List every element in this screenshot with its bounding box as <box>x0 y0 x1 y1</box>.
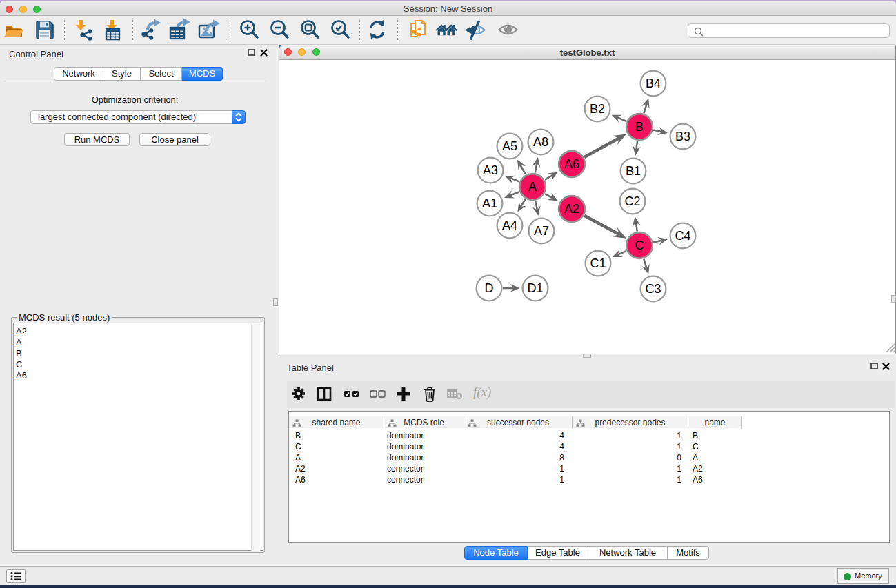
svg-text:B1: B1 <box>626 164 641 178</box>
svg-text:C1: C1 <box>590 256 606 270</box>
svg-text:B3: B3 <box>675 130 690 143</box>
svg-text:B2: B2 <box>590 102 605 116</box>
svg-text:C4: C4 <box>675 229 690 243</box>
svg-text:B: B <box>635 120 644 134</box>
svg-text:A7: A7 <box>534 224 549 238</box>
svg-text:A8: A8 <box>533 135 548 149</box>
svg-text:A2: A2 <box>564 202 579 216</box>
svg-text:D: D <box>485 281 494 295</box>
svg-text:A4: A4 <box>502 219 517 232</box>
svg-text:A: A <box>528 180 537 194</box>
svg-text:B4: B4 <box>646 77 661 90</box>
svg-text:A6: A6 <box>564 157 579 171</box>
svg-text:C3: C3 <box>645 282 661 296</box>
svg-text:A1: A1 <box>482 196 497 210</box>
svg-text:C: C <box>635 239 644 252</box>
svg-text:A5: A5 <box>502 139 517 153</box>
svg-text:D1: D1 <box>527 281 543 295</box>
svg-text:C2: C2 <box>624 194 640 208</box>
svg-text:A3: A3 <box>483 163 498 177</box>
